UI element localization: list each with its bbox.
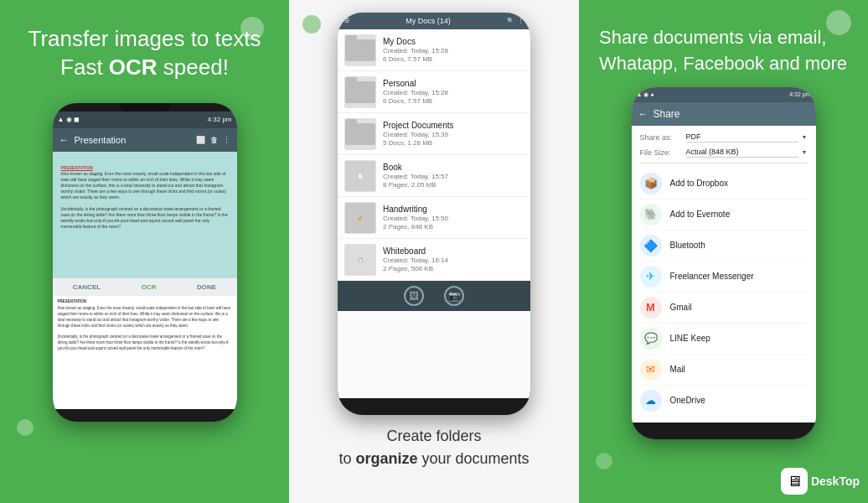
file-info-1: My Docs Created: Today, 15:28 6 Docs, 7.… — [383, 37, 524, 63]
done-button-ocr[interactable]: DONE — [197, 283, 216, 291]
file-meta-2b: 6 Docs, 7.57 MB — [383, 97, 524, 105]
panel-middle: ☰ My Docs (14) 🔍 ⋮ My Docs Created: Toda… — [289, 0, 579, 503]
status-icons-right: ▲ ◉ ● — [637, 91, 654, 98]
doc-preview-left: PRESENTATION Also known as staging. Even… — [53, 152, 237, 277]
list-item[interactable]: 📄 Book Created: Today, 15:57 8 Pages, 2.… — [338, 155, 530, 197]
decorative-dot-bottom-left — [17, 419, 34, 436]
headline-line2: Fast — [60, 54, 109, 80]
share-option-mail[interactable]: ✉ Mail — [640, 355, 808, 386]
decorative-dot-mid-tl — [302, 15, 321, 34]
right-headline: Share documents via email, Whatapp, Face… — [579, 25, 864, 77]
list-item[interactable]: My Docs Created: Today, 15:28 6 Docs, 7.… — [338, 29, 530, 71]
camera-bar: 🖼 📷 — [338, 281, 530, 311]
phone-screen-middle: ☰ My Docs (14) 🔍 ⋮ My Docs Created: Toda… — [338, 13, 530, 398]
file-info-5: Handwriting Created: Today, 15:50 2 Page… — [383, 205, 524, 231]
list-item[interactable]: ✍ Handwriting Created: Today, 15:50 2 Pa… — [338, 197, 530, 239]
share-option-dropbox[interactable]: 📦 Add to Dropbox — [640, 169, 808, 200]
file-meta-6b: 2 Pages, 506 KB — [383, 265, 524, 272]
bluetooth-label: Bluetooth — [670, 241, 705, 250]
more-icon[interactable]: ⋮ — [223, 136, 230, 144]
headline-apps: Whatapp, Facebook and more — [599, 53, 847, 74]
list-item[interactable]: Personal Created: Today, 15:28 6 Docs, 7… — [338, 71, 530, 113]
doc-preview-text: PRESENTATION Also known as staging. Even… — [58, 162, 232, 233]
delete-icon[interactable]: 🗑 — [210, 136, 218, 144]
file-thumb-handwriting: ✍ — [344, 202, 376, 234]
more-icon-middle[interactable]: ⋮ — [518, 18, 524, 24]
freelancer-icon: ✈ — [640, 266, 662, 288]
watermark-bold: Top — [839, 474, 860, 488]
headline-line1: Transfer images to texts — [28, 26, 261, 51]
folder-icon-2 — [345, 81, 375, 103]
share-option-gmail[interactable]: M Gmail — [640, 293, 808, 324]
share-option-line[interactable]: 💬 LINE Keep — [640, 324, 808, 355]
doc-section-title: PRESENTATION — [58, 299, 232, 305]
list-item[interactable]: Project Documents Created: Today, 15:39 … — [338, 113, 530, 155]
share-as-label: Share as: — [640, 133, 686, 142]
app-bar-left: ← Presentation ⬜ 🗑 ⋮ — [53, 128, 237, 152]
crop-icon[interactable]: ⬜ — [196, 136, 205, 144]
doc-body-text2: (Incidentally, is the photograph centred… — [58, 334, 230, 350]
phone-mockup-middle: ☰ My Docs (14) 🔍 ⋮ My Docs Created: Toda… — [338, 13, 530, 415]
status-bar-middle: ☰ My Docs (14) 🔍 ⋮ — [338, 13, 530, 29]
evernote-label: Add to Evernote — [670, 210, 731, 219]
bluetooth-icon: 🔷 — [640, 235, 662, 257]
cancel-button-ocr[interactable]: CANCEL — [73, 283, 101, 291]
watermark: 🖥 DeskTop — [781, 468, 860, 495]
phone-screen-left: ▲ ◉ ◼ 4:32 pm ← Presentation ⬜ 🗑 ⋮ PRESE… — [53, 111, 237, 409]
share-divider — [640, 163, 808, 163]
headline-speed: speed! — [158, 54, 229, 80]
file-meta-5: Created: Today, 15:50 — [383, 215, 524, 222]
file-name-3: Project Documents — [383, 121, 524, 130]
file-size-value[interactable]: Actual (848 KB) — [686, 148, 798, 158]
search-icon-middle[interactable]: 🔍 — [507, 18, 514, 24]
phone-mockup-right: ▲ ◉ ● 4:32 pm ← Share Share as: PDF ▼ Fi… — [632, 87, 816, 439]
doc-title-red: PRESENTATION — [61, 165, 93, 170]
caption-rest: your documents — [417, 450, 529, 467]
gmail-icon: M — [640, 297, 662, 319]
share-option-freelancer[interactable]: ✈ Freelancer Messenger — [640, 262, 808, 293]
file-meta-3: Created: Today, 15:39 — [383, 131, 524, 138]
doc-content-left: PRESENTATION Also known as staging. Even… — [53, 296, 237, 409]
phone-screen-right: ▲ ◉ ● 4:32 pm ← Share Share as: PDF ▼ Fi… — [632, 87, 816, 423]
status-bar-right: ▲ ◉ ● 4:32 pm — [632, 87, 816, 102]
line-label: LINE Keep — [670, 334, 710, 343]
file-name-5: Handwriting — [383, 205, 524, 214]
share-option-evernote[interactable]: 🐘 Add to Evernote — [640, 200, 808, 231]
file-name-2: Personal — [383, 79, 524, 88]
file-meta-1b: 6 Docs, 7.57 MB — [383, 55, 524, 63]
panel-left: Transfer images to texts Fast OCR speed!… — [0, 0, 289, 503]
dropdown-icon-file-size[interactable]: ▼ — [802, 149, 808, 155]
list-item[interactable]: 📋 Whiteboard Created: Today, 16:14 2 Pag… — [338, 239, 530, 281]
caption-to: to — [338, 450, 355, 467]
back-icon-left[interactable]: ← — [59, 134, 70, 146]
share-option-bluetooth[interactable]: 🔷 Bluetooth — [640, 231, 808, 262]
file-meta-4: Created: Today, 15:57 — [383, 173, 524, 180]
watermark-plain: esk — [819, 474, 839, 488]
gmail-label: Gmail — [670, 303, 692, 312]
file-thumb-whiteboard: 📋 — [344, 244, 376, 276]
file-name-6: Whiteboard — [383, 246, 524, 256]
phone-mockup-left: ▲ ◉ ◼ 4:32 pm ← Presentation ⬜ 🗑 ⋮ PRESE… — [53, 103, 237, 422]
back-icon-right[interactable]: ← — [638, 108, 648, 120]
dropdown-icon-share-as[interactable]: ▼ — [802, 134, 808, 140]
onedrive-icon: ☁ — [640, 390, 662, 412]
watermark-d: D — [811, 474, 819, 488]
left-headline: Transfer images to texts Fast OCR speed! — [12, 25, 278, 82]
status-bar-left: ▲ ◉ ◼ 4:32 pm — [53, 111, 237, 128]
gallery-button[interactable]: 🖼 — [404, 286, 424, 306]
file-meta-1: Created: Today, 15:28 — [383, 47, 524, 54]
file-name-1: My Docs — [383, 37, 524, 46]
share-as-value[interactable]: PDF — [686, 132, 798, 143]
file-info-3: Project Documents Created: Today, 15:39 … — [383, 121, 524, 147]
onedrive-label: OneDrive — [670, 396, 705, 405]
camera-button[interactable]: 📷 — [444, 286, 464, 306]
share-option-onedrive[interactable]: ☁ OneDrive — [640, 386, 808, 417]
dropbox-icon: 📦 — [640, 173, 662, 194]
caption-create: Create folders — [386, 428, 481, 444]
file-thumb-folder1 — [344, 34, 376, 66]
mail-icon: ✉ — [640, 359, 662, 381]
share-as-row: Share as: PDF ▼ — [640, 132, 808, 143]
file-size-label: File Size: — [640, 148, 686, 157]
folder-icon-1 — [345, 39, 375, 61]
middle-caption: Create folders to organize your document… — [338, 425, 529, 470]
